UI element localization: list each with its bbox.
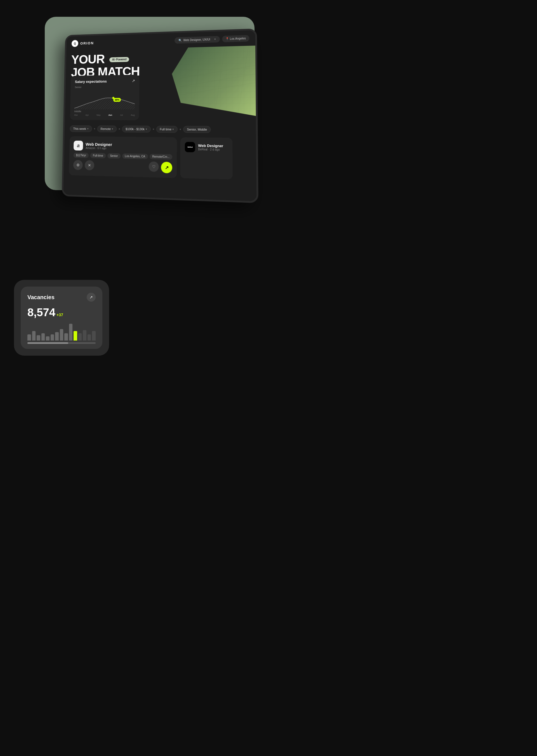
location-icon: 📍: [226, 37, 228, 40]
job-info: Web Designer Amazon · 6 h ago: [86, 142, 112, 150]
chevron-down-icon: ▾: [112, 128, 113, 130]
search-input-mock[interactable]: 🔍 Web Designer, UX/UI ▾: [175, 36, 220, 44]
salary-card: Salary expectations ↗ Senior: [70, 75, 139, 120]
widget-section: Vacancies ↗ 8,574 +37: [14, 280, 109, 356]
month-mar: Mar: [74, 114, 78, 116]
close-action-button[interactable]: ✕: [85, 160, 95, 170]
bar-item: [55, 332, 59, 340]
apply-action-button[interactable]: ↗: [161, 162, 173, 173]
widget-expand-button[interactable]: ↗: [87, 293, 96, 302]
filter-action-button[interactable]: ⚙: [73, 160, 83, 170]
level-tag: Senior: [107, 153, 121, 159]
filter-level[interactable]: Senior, Middle: [183, 126, 211, 133]
tablet-section: Q ORION 🔍 Web Designer, UX/UI ▾ 📍 Los An…: [0, 0, 268, 213]
bereal-job-title: Web Designer: [198, 143, 223, 148]
salary-card-header: Salary expectations ↗: [75, 79, 135, 84]
salary-chart-svg: [74, 90, 135, 109]
location-badge[interactable]: 📍 Los Angeles: [222, 35, 249, 42]
filter-dot-4: [180, 129, 181, 130]
chevron-down-icon: ▾: [146, 128, 147, 131]
ai-badge: AI · Powered: [109, 57, 129, 62]
salary-labels: Senior: [75, 85, 135, 89]
chevron-down-icon: ▾: [87, 128, 88, 130]
page-container: Q ORION 🔍 Web Designer, UX/UI ▾ 📍 Los An…: [0, 0, 268, 378]
bar-item: [51, 335, 54, 341]
amazon-logo: a: [73, 140, 83, 151]
search-bar: 🔍 Web Designer, UX/UI ▾ 📍 Los Angeles: [175, 35, 249, 44]
job-card-header-bereal: BeReal Web Designer BeReal · 2 d ago: [185, 142, 228, 153]
type-tag: Full-time: [90, 153, 106, 159]
bar-item: [92, 331, 96, 340]
bar-item: [73, 331, 77, 340]
filter-dot-3: [153, 129, 154, 130]
bar-item: [78, 333, 82, 340]
workmode-tag: Remote/Cm...: [150, 154, 173, 160]
salary-expand-icon[interactable]: ↗: [132, 79, 135, 83]
job-card-bereal: BeReal Web Designer BeReal · 2 d ago: [180, 137, 233, 179]
middle-label: Middle: [74, 110, 135, 113]
widget-title: Vacancies: [27, 294, 55, 300]
bar-item: [41, 333, 45, 340]
bereal-company-time: BeReal · 2 d ago: [198, 148, 223, 151]
salary-chart-area: 48%: [74, 90, 135, 109]
chart-scroll: [27, 342, 96, 344]
job-title: Web Designer: [86, 142, 112, 147]
mesh-illustration: [172, 46, 256, 117]
bar-item: [46, 336, 50, 340]
app-ui: Q ORION 🔍 Web Designer, UX/UI ▾ 📍 Los An…: [63, 30, 257, 201]
salary-months: Mar Apr May Jun Jul Aug: [74, 114, 135, 116]
month-jul: Jul: [120, 114, 123, 116]
mesh-grid: [180, 46, 256, 115]
job-cards-area: a Web Designer Amazon · 6 h ago: [64, 135, 257, 182]
company-time: Amazon · 6 h ago: [86, 146, 112, 150]
chevron-down-icon: ▾: [173, 128, 174, 131]
app-logo-icon: Q: [72, 40, 78, 47]
job-card-amazon: a Web Designer Amazon · 6 h ago: [69, 136, 177, 178]
bar-item: [64, 333, 68, 340]
salary-percent-badge: 48%: [113, 98, 121, 102]
bar-item: [27, 335, 31, 341]
filter-this-week[interactable]: This week ▾: [70, 126, 92, 132]
job-actions: ⚙ ✕ ♡ ↗: [73, 160, 172, 173]
bereal-job-info: Web Designer BeReal · 2 d ago: [198, 143, 223, 151]
bereal-logo: BeReal: [185, 142, 195, 152]
filter-dot-1: [94, 128, 95, 130]
month-jun: Jun: [108, 114, 112, 116]
widget-count-area: 8,574 +37: [27, 306, 96, 319]
salary-tag: $127k/yr: [73, 153, 89, 158]
location-tag: Los Angeles, CA: [122, 153, 148, 159]
chevron-down-icon: ▾: [214, 38, 216, 41]
bar-item: [69, 324, 73, 340]
widget-outer: Vacancies ↗ 8,574 +37: [14, 280, 109, 356]
hero-section: YOUR AI · Powered JOB MATCH: [65, 46, 256, 121]
app-brand-name: ORION: [80, 41, 94, 45]
bar-item: [88, 335, 91, 341]
month-aug: Aug: [131, 114, 135, 116]
tablet-frame: Q ORION 🔍 Web Designer, UX/UI ▾ 📍 Los An…: [62, 28, 259, 203]
month-may: May: [97, 114, 101, 116]
filter-dot-2: [119, 128, 120, 130]
bar-item: [60, 329, 63, 340]
filter-remote[interactable]: Remote ▾: [97, 126, 117, 132]
bar-item: [83, 330, 86, 341]
count-delta: +37: [57, 313, 63, 317]
expand-icon: ↗: [90, 295, 93, 299]
filter-bar: This week ▾ Remote ▾ $100k - $130k ▾: [64, 123, 256, 136]
filter-salary[interactable]: $100k - $130k ▾: [122, 126, 150, 132]
job-tags: $127k/yr Full-time Senior Los Angeles, C…: [73, 153, 172, 160]
bar-item: [37, 335, 40, 340]
bar-chart: [27, 324, 96, 340]
bar-item: [32, 331, 36, 340]
month-apr: Apr: [86, 114, 89, 116]
filter-fulltime[interactable]: Full time ▾: [156, 126, 178, 133]
svg-rect-0: [180, 46, 256, 115]
chart-scroll-thumb: [27, 342, 68, 344]
senior-label: Senior: [75, 85, 135, 89]
count-main: 8,574: [27, 306, 55, 319]
job-card-header: a Web Designer Amazon · 6 h ago: [73, 140, 173, 152]
widget-inner: Vacancies ↗ 8,574 +37: [21, 287, 103, 349]
widget-header: Vacancies ↗: [27, 293, 96, 302]
search-icon: 🔍: [178, 39, 182, 42]
like-action-button[interactable]: ♡: [149, 161, 159, 172]
